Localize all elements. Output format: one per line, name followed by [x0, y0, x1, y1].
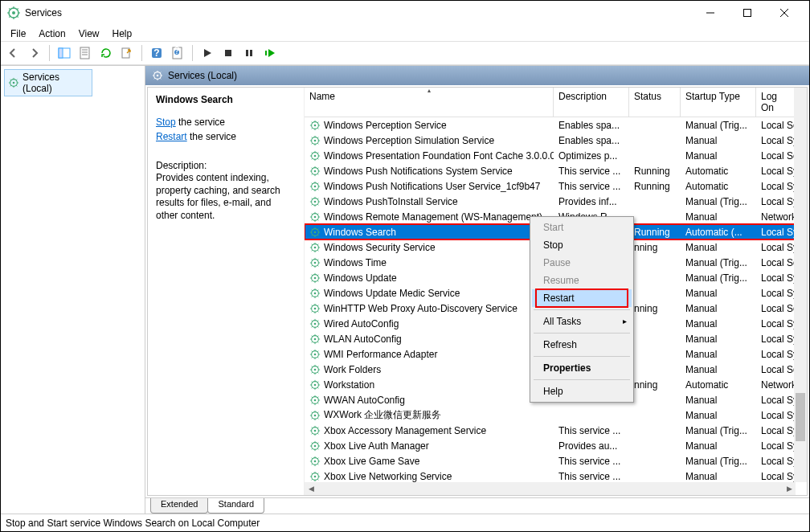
cell-startup: Manual (Trig... [681, 425, 756, 436]
menu-file[interactable]: File [4, 27, 32, 39]
svg-point-47 [314, 322, 317, 325]
col-name[interactable]: Name▴ [305, 88, 554, 117]
service-row[interactable]: Windows Perception Simulation ServiceEna… [305, 133, 807, 148]
service-row[interactable]: Xbox Live Auth ManagerProvides au...Manu… [305, 438, 807, 453]
scroll-left-button[interactable]: ◀ [305, 482, 317, 495]
cell-startup: Manual (Trig... [681, 120, 756, 131]
header-label: Services (Local) [168, 70, 237, 81]
cell-logon: Local Sy [756, 288, 796, 299]
scrollbar-track[interactable] [317, 482, 783, 495]
export-button[interactable] [117, 43, 137, 63]
restart-service-button[interactable] [260, 43, 280, 63]
pause-service-button[interactable] [239, 43, 259, 63]
menu-refresh[interactable]: Refresh [532, 336, 632, 354]
gear-icon [309, 364, 321, 375]
stop-link[interactable]: Stop [156, 117, 176, 128]
maximize-button[interactable] [729, 1, 766, 25]
gear-icon [309, 227, 321, 238]
scroll-right-button[interactable]: ▶ [783, 482, 796, 495]
service-row[interactable]: Windows Presentation Foundation Font Cac… [305, 148, 807, 163]
cell-logon: Local Sy [756, 456, 796, 467]
vertical-scrollbar[interactable] [794, 88, 807, 482]
col-description[interactable]: Description [554, 88, 629, 117]
cell-logon: Local Sy [756, 272, 796, 284]
cell-startup: Automatic [681, 166, 756, 177]
service-row[interactable]: Windows PushToInstall ServiceProvides in… [305, 194, 807, 209]
cell-description: This service ... [554, 425, 629, 436]
menu-all-tasks[interactable]: All Tasks▸ [532, 313, 632, 330]
svg-point-21 [314, 124, 317, 126]
restart-link[interactable]: Restart [156, 131, 187, 142]
service-row[interactable]: WXWork 企业微信更新服务ManualLocal Sy [305, 407, 807, 423]
col-logon[interactable]: Log On [756, 88, 796, 117]
svg-point-29 [314, 185, 317, 187]
horizontal-scrollbar[interactable]: ◀ ▶ [305, 482, 796, 495]
help-button[interactable]: ? [147, 43, 166, 63]
col-startup-type[interactable]: Startup Type [681, 88, 756, 117]
cell-logon: Network [756, 379, 796, 391]
menu-separator [534, 379, 630, 380]
cell-startup: Automatic [681, 181, 756, 192]
svg-point-35 [314, 231, 317, 233]
scrollbar-thumb[interactable] [796, 393, 805, 441]
description-label: Description: [156, 160, 296, 171]
svg-point-1 [12, 11, 15, 14]
menu-properties[interactable]: Properties [532, 359, 632, 377]
cell-name: Windows Presentation Foundation Font Cac… [305, 150, 554, 162]
cell-logon: Local Sy [756, 440, 796, 452]
gear-icon [309, 181, 321, 192]
start-service-button[interactable] [198, 43, 217, 63]
cell-name: Workstation [305, 379, 554, 391]
svg-point-37 [314, 246, 317, 248]
service-row[interactable]: Windows Push Notifications User Service_… [305, 178, 807, 194]
cell-logon: Local Sy [756, 318, 796, 329]
tree-label: Services (Local) [22, 72, 88, 94]
cell-name: Windows Push Notifications System Servic… [305, 166, 554, 177]
svg-text:?: ? [174, 47, 180, 56]
tree-pane: Services (Local) [1, 66, 145, 514]
svg-point-41 [314, 276, 317, 279]
service-row[interactable]: Xbox Accessory Management ServiceThis se… [305, 423, 807, 438]
cell-name: Windows Perception Service [305, 120, 554, 131]
cell-startup: Manual [681, 410, 756, 421]
gear-icon [309, 440, 321, 452]
menu-help[interactable]: Help [106, 27, 139, 39]
service-row[interactable]: Xbox Live Game SaveThis service ...Manua… [305, 453, 807, 469]
cell-description: Enables spa... [554, 120, 629, 131]
back-button[interactable] [4, 43, 23, 63]
gear-icon [309, 272, 321, 284]
svg-rect-4 [59, 48, 63, 58]
col-status[interactable]: Status [629, 88, 681, 117]
refresh-button[interactable] [96, 43, 116, 63]
menu-view[interactable]: View [72, 27, 106, 39]
gear-icon [309, 257, 321, 268]
help-topic-button[interactable]: ? [168, 43, 187, 63]
svg-rect-12 [225, 50, 231, 56]
tree-node-services-local[interactable]: Services (Local) [4, 69, 92, 96]
show-hide-tree-button[interactable] [55, 43, 74, 63]
menu-restart[interactable]: Restart [532, 289, 632, 307]
menu-action[interactable]: Action [32, 27, 72, 39]
column-headers: Name▴ Description Status Startup Type Lo… [305, 88, 807, 117]
service-row[interactable]: Windows Perception ServiceEnables spa...… [305, 117, 807, 133]
properties-button[interactable] [76, 43, 95, 63]
menu-help[interactable]: Help [532, 383, 632, 400]
svg-point-19 [157, 75, 159, 77]
service-row[interactable]: Windows Push Notifications System Servic… [305, 163, 807, 178]
minimize-button[interactable] [692, 1, 729, 25]
svg-rect-2 [744, 10, 751, 17]
forward-button[interactable] [25, 43, 44, 63]
gear-icon [309, 379, 321, 391]
close-button[interactable] [766, 1, 803, 25]
tab-standard[interactable]: Standard [207, 498, 264, 514]
svg-rect-15 [265, 51, 267, 55]
svg-rect-13 [246, 50, 248, 56]
tab-extended[interactable]: Extended [150, 498, 208, 514]
cell-logon: Local Sy [756, 334, 796, 345]
cell-name: Windows Push Notifications User Service_… [305, 181, 554, 192]
cell-logon: Local Sy [756, 181, 796, 192]
stop-service-button[interactable] [219, 43, 238, 63]
cell-name: WinHTTP Web Proxy Auto-Discovery Service [305, 303, 554, 314]
menu-stop[interactable]: Stop [532, 236, 632, 254]
detail-pane: Windows Search Stop the service Restart … [148, 88, 305, 495]
